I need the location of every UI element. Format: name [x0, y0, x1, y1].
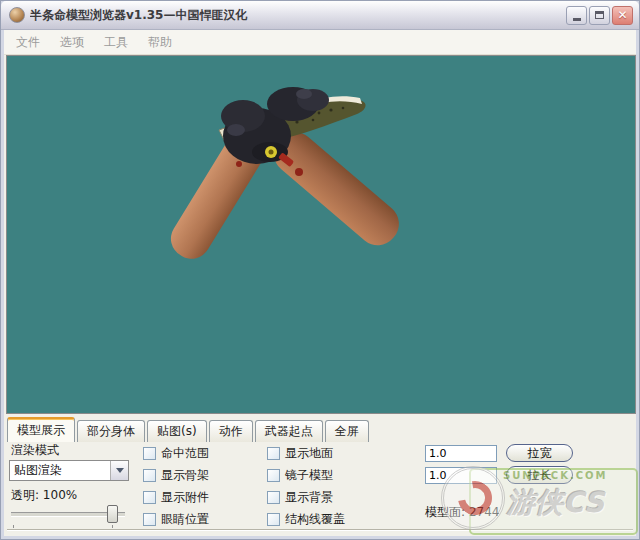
tab-model-display[interactable]: 模型展示	[7, 417, 75, 442]
ground-checkbox[interactable]	[267, 447, 280, 460]
menu-tools[interactable]: 工具	[96, 32, 136, 53]
stretch-width-input[interactable]	[425, 445, 497, 462]
checkbox-row-ground[interactable]: 显示地面	[267, 445, 333, 462]
background-label: 显示背景	[285, 489, 333, 506]
attachments-checkbox[interactable]	[143, 491, 156, 504]
checkbox-row-mirror[interactable]: 镜子模型	[267, 467, 333, 484]
model-faces-counter: 模型面: 2744	[425, 504, 499, 521]
close-icon: ✕	[617, 8, 627, 22]
stretch-length-input[interactable]	[425, 467, 497, 484]
render-mode-label: 渲染模式	[11, 442, 59, 459]
bones-label: 显示骨架	[161, 467, 209, 484]
eye-position-checkbox[interactable]	[143, 513, 156, 526]
menu-help[interactable]: 帮助	[140, 32, 180, 53]
model-faces-label: 模型面:	[425, 505, 465, 519]
app-icon	[9, 7, 25, 23]
tab-weapon-origin[interactable]: 武器起点	[255, 420, 323, 442]
slider-thumb[interactable]	[107, 505, 118, 523]
menu-options[interactable]: 选项	[52, 32, 92, 53]
slider-tick-end	[112, 525, 113, 528]
minimize-button[interactable]	[566, 6, 587, 25]
knife-model	[7, 56, 636, 414]
checkbox-row-eye-position[interactable]: 眼睛位置	[143, 511, 209, 528]
tab-body-parts[interactable]: 部分身体	[77, 420, 145, 442]
ground-label: 显示地面	[285, 445, 333, 462]
window-title: 半条命模型浏览器v1.35—中国悍匪汉化	[30, 7, 564, 24]
panel-divider	[7, 529, 633, 531]
hitboxes-label: 命中范围	[161, 445, 209, 462]
minimize-icon	[573, 18, 581, 21]
background-checkbox[interactable]	[267, 491, 280, 504]
watermark-logo-text: 游侠CS	[507, 484, 604, 522]
model-viewport[interactable]	[6, 55, 636, 414]
checkbox-row-hitboxes[interactable]: 命中范围	[143, 445, 209, 462]
menu-file[interactable]: 文件	[8, 32, 48, 53]
model-faces-value: 2744	[469, 505, 500, 519]
mirror-checkbox[interactable]	[267, 469, 280, 482]
mirror-label: 镜子模型	[285, 467, 333, 484]
maximize-button[interactable]	[589, 6, 610, 25]
tab-fullscreen[interactable]: 全屏	[325, 420, 369, 442]
chevron-down-icon	[116, 468, 124, 473]
wireframe-overlay-label: 结构线覆盖	[285, 511, 345, 528]
app-window: 半条命模型浏览器v1.35—中国悍匪汉化 ✕ 文件 选项 工具 帮助	[0, 0, 640, 540]
attachments-label: 显示附件	[161, 489, 209, 506]
dropdown-arrow-button[interactable]	[110, 461, 128, 480]
tab-textures[interactable]: 贴图(s)	[147, 420, 207, 442]
transparency-label: 透明: 100%	[11, 487, 77, 504]
checkbox-row-attachments[interactable]: 显示附件	[143, 489, 209, 506]
hitboxes-checkbox[interactable]	[143, 447, 156, 460]
bones-checkbox[interactable]	[143, 469, 156, 482]
tab-bar: 模型展示 部分身体 贴图(s) 动作 武器起点 全屏	[7, 417, 635, 442]
maximize-icon	[595, 11, 604, 19]
checkbox-row-wireframe[interactable]: 结构线覆盖	[267, 511, 345, 528]
eye-position-label: 眼睛位置	[161, 511, 209, 528]
wireframe-overlay-checkbox[interactable]	[267, 513, 280, 526]
transparency-slider[interactable]	[9, 503, 127, 527]
checkbox-row-bones[interactable]: 显示骨架	[143, 467, 209, 484]
checkbox-row-background[interactable]: 显示背景	[267, 489, 333, 506]
render-mode-value: 贴图渲染	[10, 462, 110, 479]
stretch-width-button[interactable]: 拉宽	[506, 444, 573, 462]
render-mode-select[interactable]: 贴图渲染	[9, 460, 129, 481]
close-button[interactable]: ✕	[612, 6, 633, 25]
title-bar[interactable]: 半条命模型浏览器v1.35—中国悍匪汉化 ✕	[1, 1, 639, 30]
stretch-length-button[interactable]: 拉长	[506, 466, 573, 484]
slider-tick-start	[13, 525, 14, 528]
tab-actions[interactable]: 动作	[209, 420, 253, 442]
menu-bar: 文件 选项 工具 帮助	[4, 30, 636, 55]
